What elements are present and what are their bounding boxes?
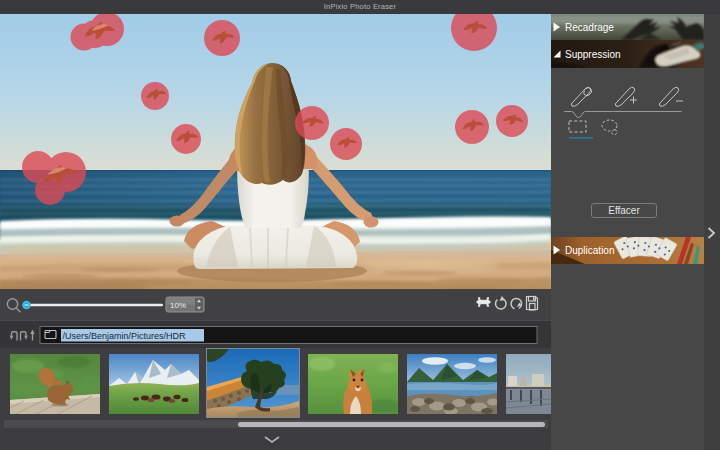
svg-text:Suppression: Suppression [565,49,621,60]
svg-text:Duplication: Duplication [565,245,614,256]
svg-text:10%: 10% [170,301,186,310]
svg-text:Recadrage: Recadrage [565,22,614,33]
svg-text:/Users/Benjamin/Pictures/HDR: /Users/Benjamin/Pictures/HDR [63,331,187,341]
